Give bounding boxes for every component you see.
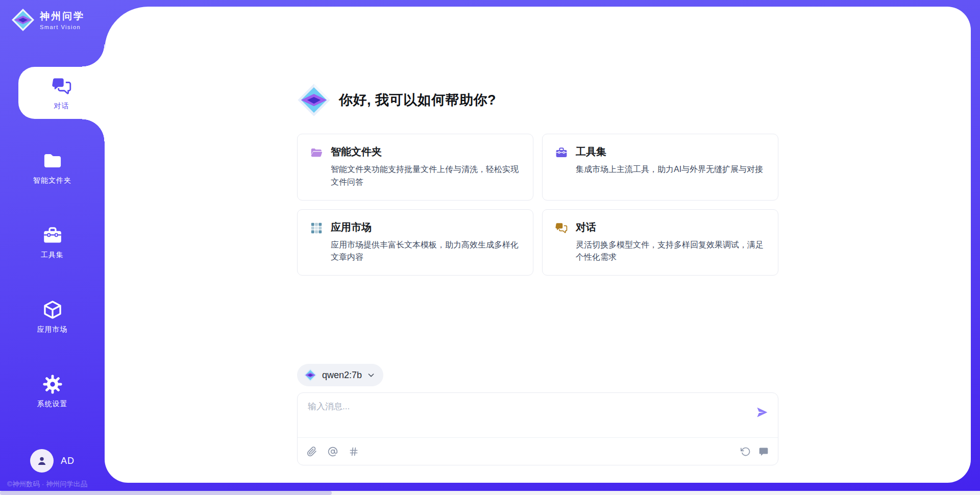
folder-icon — [42, 150, 63, 171]
sidebar: 神州问学 Smart Vision 对话 智能文件夹 — [0, 0, 105, 495]
briefcase-icon — [42, 225, 63, 246]
cube-icon — [42, 299, 63, 320]
folder-open-icon — [310, 146, 323, 159]
greeting-title: 你好, 我可以如何帮助你? — [339, 91, 496, 109]
composer-toolbar-right — [741, 447, 769, 457]
sidebar-item-settings[interactable]: 系统设置 — [0, 365, 105, 417]
card-title: 工具集 — [576, 145, 763, 159]
sidebar-item-label: 应用市场 — [37, 325, 68, 334]
card-app-market[interactable]: 应用市场 应用市场提供丰富长文本模板，助力高效生成多样化文章内容 — [297, 209, 533, 276]
card-smart-folder[interactable]: 智能文件夹 智能文件夹功能支持批量文件上传与清洗，轻松实现文件问答 — [297, 134, 533, 201]
card-chat[interactable]: 对话 灵活切换多模型文件，支持多样回复效果调试，满足个性化需求 — [542, 209, 778, 276]
brand-diamond-icon — [297, 83, 331, 117]
sidebar-item-label: 对话 — [54, 102, 69, 111]
brand-title: 神州问学 — [40, 10, 85, 23]
card-title: 智能文件夹 — [331, 145, 521, 159]
brand-diamond-icon — [304, 368, 317, 382]
copyright-footer: ©神州数码 · 神州问学出品 — [7, 480, 87, 489]
chevron-down-icon — [367, 371, 375, 379]
user-account[interactable]: AD — [0, 449, 105, 473]
horizontal-scrollbar[interactable] — [0, 491, 980, 495]
card-description: 智能文件夹功能支持批量文件上传与清洗，轻松实现文件问答 — [331, 163, 521, 189]
card-title: 应用市场 — [331, 220, 521, 234]
brand-diamond-icon — [11, 8, 35, 32]
chat-bubbles-icon — [51, 76, 72, 97]
sidebar-item-smart-folder[interactable]: 智能文件夹 — [0, 141, 105, 193]
mention-icon[interactable] — [328, 447, 338, 457]
sidebar-item-app-market[interactable]: 应用市场 — [0, 290, 105, 342]
card-description: 应用市场提供丰富长文本模板，助力高效生成多样化文章内容 — [331, 239, 521, 264]
chat-bubbles-icon — [555, 221, 568, 235]
brand-block: 神州问学 Smart Vision — [11, 8, 105, 32]
sidebar-item-label: 系统设置 — [37, 400, 68, 409]
send-button[interactable] — [755, 405, 770, 419]
briefcase-icon — [555, 146, 568, 159]
sidebar-item-chat[interactable]: 对话 — [18, 67, 105, 119]
sidebar-item-label: 工具集 — [41, 251, 64, 260]
person-icon — [35, 454, 48, 467]
composer-area: qwen2:7b — [297, 364, 778, 465]
brand-subtitle: Smart Vision — [40, 24, 85, 30]
card-toolset[interactable]: 工具集 集成市场上主流工具，助力AI与外界无缝扩展与对接 — [542, 134, 778, 201]
scrollbar-thumb[interactable] — [0, 491, 332, 495]
card-description: 集成市场上主流工具，助力AI与外界无缝扩展与对接 — [576, 163, 763, 176]
main-content-panel: 你好, 我可以如何帮助你? 智能文件夹 智能文件夹功能支持批量文件上传与清洗，轻… — [105, 7, 971, 483]
model-name: qwen2:7b — [322, 370, 362, 381]
attachment-icon[interactable] — [307, 447, 317, 457]
message-input-zone — [298, 393, 778, 437]
grid-icon — [310, 221, 323, 235]
sidebar-item-toolset[interactable]: 工具集 — [0, 216, 105, 268]
message-input-card — [297, 392, 778, 465]
feature-cards-grid: 智能文件夹 智能文件夹功能支持批量文件上传与清洗，轻松实现文件问答 工具集 集成… — [297, 134, 778, 276]
composer-toolbar — [298, 438, 778, 465]
user-initials: AD — [61, 456, 75, 466]
hashtag-icon[interactable] — [349, 447, 359, 457]
send-icon — [755, 406, 769, 419]
gear-icon — [42, 374, 63, 395]
greeting-block: 你好, 我可以如何帮助你? — [297, 83, 778, 117]
avatar — [30, 449, 54, 473]
sidebar-item-label: 智能文件夹 — [33, 176, 71, 185]
card-description: 灵活切换多模型文件，支持多样回复效果调试，满足个性化需求 — [576, 239, 766, 264]
chat-history-icon[interactable] — [758, 447, 769, 457]
sidebar-nav: 对话 智能文件夹 工具集 应用市场 — [0, 67, 105, 439]
message-input[interactable] — [308, 401, 745, 430]
model-selector[interactable]: qwen2:7b — [297, 364, 383, 386]
history-icon[interactable] — [741, 447, 751, 457]
card-title: 对话 — [576, 220, 766, 234]
